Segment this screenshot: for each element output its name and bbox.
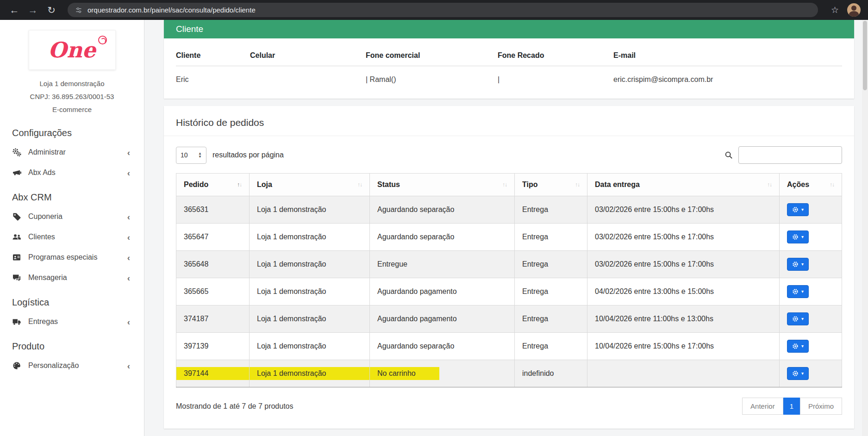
cell-loja: Loja 1 demonstração [250, 224, 370, 251]
bookmark-star-icon[interactable]: ☆ [831, 5, 839, 15]
cell-tipo: indefinido [515, 360, 587, 387]
cell-status: Aguardando pagamento [370, 278, 515, 305]
orders-table: Pedido↑↓ Loja↑↓ Status↑↓ Tipo↑↓ Data ent… [176, 173, 842, 387]
table-row: 397139 Loja 1 demonstração Aguardando se… [176, 333, 842, 360]
sidebar-item-cuponeria[interactable]: Cuponeria ‹ [0, 206, 144, 227]
sidebar-item-personalizacao[interactable]: Personalização ‹ [0, 355, 144, 376]
sidebar-item-clientes[interactable]: Clientes ‹ [0, 227, 144, 247]
row-actions-button[interactable]: ▾ [787, 230, 809, 243]
page-size-select[interactable]: 10 ▲▼ [176, 147, 206, 164]
row-actions-button[interactable]: ▾ [787, 285, 809, 298]
tag-icon [12, 212, 21, 221]
cell-pedido: 365665 [176, 278, 250, 305]
gear-icon [792, 316, 799, 322]
previous-page-button[interactable]: Anterior [742, 398, 783, 415]
store-info: Loja 1 demonstração CNPJ: 36.895.263/000… [0, 77, 144, 116]
column-header-acoes[interactable]: Ações↑↓ [780, 174, 842, 196]
section-heading-configuracoes: Configurações [0, 118, 144, 142]
forward-icon[interactable]: → [26, 5, 40, 16]
cell-status: Entregue [370, 251, 515, 278]
current-page-button[interactable]: 1 [783, 398, 800, 415]
gear-icon [792, 261, 799, 268]
client-values-row: Eric | Ramal() | eric.crispim@sicompra.c… [176, 66, 842, 84]
row-actions-button[interactable]: ▾ [787, 367, 809, 380]
caret-down-icon: ▾ [801, 344, 804, 349]
chevron-left-icon: ‹ [127, 212, 130, 221]
column-header-data-entrega[interactable]: Data entrega↑↓ [587, 174, 780, 196]
caret-down-icon: ▾ [801, 317, 804, 321]
sort-icon: ↑↓ [575, 181, 580, 188]
cell-status: Aguardando pagamento [370, 305, 515, 333]
row-actions-button[interactable]: ▾ [787, 340, 809, 353]
store-type: E-commerce [0, 103, 144, 116]
main-content: Cliente Cliente Celular Fone comercial F… [144, 20, 868, 436]
gear-icon [792, 234, 799, 240]
cell-status: Aguardando separação [370, 224, 515, 251]
client-col-fone-comercial: Fone comercial [366, 51, 498, 66]
chevron-left-icon: ‹ [127, 361, 130, 370]
chevron-left-icon: ‹ [127, 233, 130, 242]
gear-icon [792, 206, 799, 213]
sidebar-item-entregas[interactable]: Entregas ‹ [0, 311, 144, 332]
id-card-icon [12, 253, 21, 262]
client-columns-row: Cliente Celular Fone comercial Fone Reca… [176, 51, 842, 66]
cell-tipo: Entrega [515, 305, 587, 333]
cell-status: No carrinho [370, 360, 515, 387]
table-row-highlighted: 397144 Loja 1 demonstração No carrinho i… [176, 360, 842, 387]
cell-loja: Loja 1 demonstração [250, 251, 370, 278]
caret-down-icon: ▾ [801, 207, 804, 212]
caret-down-icon: ▾ [801, 262, 804, 267]
url-text[interactable]: orquestrador.com.br/painel/sac/consulta/… [87, 6, 256, 14]
column-header-status[interactable]: Status↑↓ [370, 174, 515, 196]
client-value-fone-comercial: | Ramal() [366, 66, 498, 84]
client-col-fone-recado: Fone Recado [498, 51, 613, 66]
refresh-icon[interactable]: ↻ [44, 5, 58, 16]
row-actions-button[interactable]: ▾ [787, 203, 809, 216]
client-value-fone-recado: | [498, 66, 613, 84]
caret-down-icon: ▾ [801, 235, 804, 239]
cell-data-entrega: 10/04/2026 entre 15:00hs e 17:00hs [587, 333, 780, 360]
section-heading-produto: Produto [0, 332, 144, 355]
sidebar-item-programas-especiais[interactable]: Programas especiais ‹ [0, 247, 144, 268]
chevron-left-icon: ‹ [127, 274, 130, 282]
client-card: Cliente Cliente Celular Fone comercial F… [164, 20, 854, 99]
sort-icon: ↑↓ [357, 181, 362, 188]
cell-loja: Loja 1 demonstração [250, 360, 370, 387]
back-icon[interactable]: ← [7, 5, 21, 16]
stepper-icon: ▲▼ [198, 152, 202, 158]
megaphone-icon [12, 168, 21, 177]
page-size-label: resultados por página [212, 151, 284, 159]
url-bar[interactable]: orquestrador.com.br/painel/sac/consulta/… [68, 3, 818, 17]
sidebar-item-label: Cuponeria [28, 212, 62, 221]
page-scrollbar[interactable] [862, 20, 868, 436]
cell-loja: Loja 1 demonstração [250, 196, 370, 224]
app-logo[interactable]: One [29, 30, 116, 70]
scrollbar-thumb[interactable] [863, 21, 867, 90]
section-heading-logistica: Logística [0, 288, 144, 311]
page-size-value: 10 [181, 151, 188, 159]
sort-icon: ↑↓ [767, 181, 772, 188]
orders-search-input[interactable] [738, 146, 842, 164]
profile-avatar[interactable] [847, 3, 861, 17]
cell-acoes: ▾ [780, 305, 842, 333]
truck-icon [12, 317, 21, 326]
row-actions-button[interactable]: ▾ [787, 258, 809, 271]
chevron-left-icon: ‹ [127, 253, 130, 262]
column-header-tipo[interactable]: Tipo↑↓ [515, 174, 587, 196]
row-actions-button[interactable]: ▾ [787, 312, 809, 325]
cell-data-entrega: 03/02/2026 entre 15:00hs e 17:00hs [587, 251, 780, 278]
cell-status: Aguardando separação [370, 333, 515, 360]
sidebar-item-administrar[interactable]: Administrar ‹ [0, 142, 144, 162]
table-row: 365648 Loja 1 demonstração Entregue Entr… [176, 251, 842, 278]
sidebar-item-abx-ads[interactable]: Abx Ads ‹ [0, 162, 144, 183]
cell-acoes: ▾ [780, 224, 842, 251]
sidebar: One Loja 1 demonstração CNPJ: 36.895.263… [0, 20, 144, 436]
sidebar-item-mensageria[interactable]: Mensageria ‹ [0, 268, 144, 288]
client-value-celular [250, 66, 366, 84]
column-header-loja[interactable]: Loja↑↓ [250, 174, 370, 196]
column-header-pedido[interactable]: Pedido↑↓ [176, 174, 250, 196]
chevron-left-icon: ‹ [127, 168, 130, 177]
next-page-button[interactable]: Próximo [800, 398, 842, 415]
cell-pedido: 365648 [176, 251, 250, 278]
gear-icon [792, 343, 799, 349]
